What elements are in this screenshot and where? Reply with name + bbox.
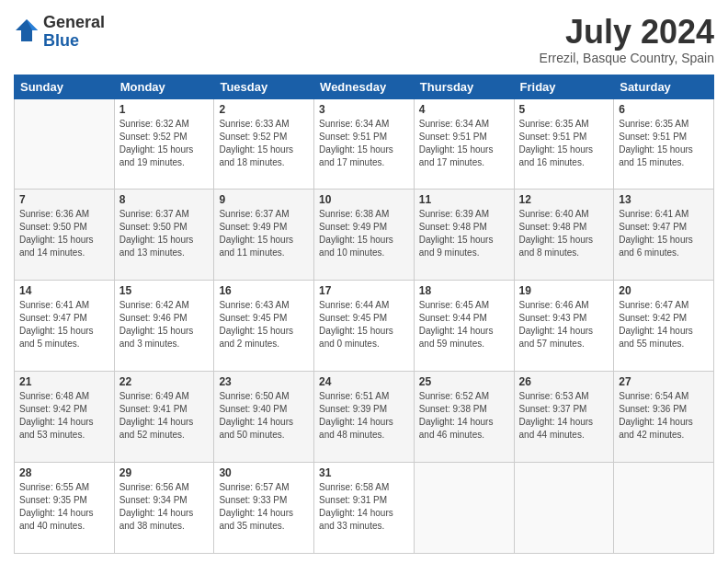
day-info: Sunrise: 6:56 AM Sunset: 9:34 PM Dayligh… [119,481,210,533]
day-number: 16 [219,284,309,297]
calendar-week-row: 1Sunrise: 6:32 AM Sunset: 9:52 PM Daylig… [15,98,714,190]
day-info: Sunrise: 6:40 AM Sunset: 9:48 PM Dayligh… [519,208,609,259]
day-info: Sunrise: 6:57 AM Sunset: 9:33 PM Dayligh… [219,481,309,533]
header-wednesday: Wednesday [314,75,415,98]
table-row: 26Sunrise: 6:53 AM Sunset: 9:37 PM Dayli… [514,372,614,463]
table-row: 15Sunrise: 6:42 AM Sunset: 9:46 PM Dayli… [114,281,214,372]
table-row: 19Sunrise: 6:46 AM Sunset: 9:43 PM Dayli… [514,281,614,372]
table-row [414,463,514,554]
day-number: 21 [19,375,109,388]
table-row: 30Sunrise: 6:57 AM Sunset: 9:33 PM Dayli… [214,463,314,554]
day-number: 18 [419,284,509,297]
page: General Blue July 2024 Errezil, Basque C… [0,0,728,563]
logo-general-text: General [43,14,105,32]
day-info: Sunrise: 6:37 AM Sunset: 9:50 PM Dayligh… [119,208,210,259]
day-info: Sunrise: 6:37 AM Sunset: 9:49 PM Dayligh… [219,208,309,259]
day-number: 1 [119,103,210,116]
table-row: 31Sunrise: 6:58 AM Sunset: 9:31 PM Dayli… [314,463,415,554]
day-number: 31 [319,466,409,479]
table-row: 8Sunrise: 6:37 AM Sunset: 9:50 PM Daylig… [114,190,214,281]
table-row: 18Sunrise: 6:45 AM Sunset: 9:44 PM Dayli… [414,281,514,372]
logo-icon [14,17,40,43]
table-row: 20Sunrise: 6:47 AM Sunset: 9:42 PM Dayli… [614,281,714,372]
main-title: July 2024 [540,14,714,51]
header-sunday: Sunday [15,75,115,98]
day-number: 25 [419,375,509,388]
table-row: 5Sunrise: 6:35 AM Sunset: 9:51 PM Daylig… [514,98,614,190]
table-row: 10Sunrise: 6:38 AM Sunset: 9:49 PM Dayli… [314,190,415,281]
day-number: 20 [619,284,709,297]
day-info: Sunrise: 6:34 AM Sunset: 9:51 PM Dayligh… [319,118,409,169]
table-row: 6Sunrise: 6:35 AM Sunset: 9:51 PM Daylig… [614,98,714,190]
day-number: 4 [419,103,509,116]
table-row: 27Sunrise: 6:54 AM Sunset: 9:36 PM Dayli… [614,372,714,463]
subtitle: Errezil, Basque Country, Spain [540,51,714,65]
table-row: 7Sunrise: 6:36 AM Sunset: 9:50 PM Daylig… [15,190,115,281]
calendar-week-row: 7Sunrise: 6:36 AM Sunset: 9:50 PM Daylig… [15,190,714,281]
day-number: 26 [519,375,609,388]
day-info: Sunrise: 6:51 AM Sunset: 9:39 PM Dayligh… [319,390,409,442]
table-row: 24Sunrise: 6:51 AM Sunset: 9:39 PM Dayli… [314,372,415,463]
day-info: Sunrise: 6:46 AM Sunset: 9:43 PM Dayligh… [519,299,609,350]
day-info: Sunrise: 6:54 AM Sunset: 9:36 PM Dayligh… [619,390,709,442]
table-row: 3Sunrise: 6:34 AM Sunset: 9:51 PM Daylig… [314,98,415,190]
day-info: Sunrise: 6:45 AM Sunset: 9:44 PM Dayligh… [419,299,509,350]
day-number: 29 [119,466,210,479]
day-number: 17 [319,284,409,297]
day-info: Sunrise: 6:52 AM Sunset: 9:38 PM Dayligh… [419,390,509,442]
day-number: 11 [419,193,509,206]
day-info: Sunrise: 6:43 AM Sunset: 9:45 PM Dayligh… [219,299,309,350]
day-number: 6 [619,103,709,116]
day-number: 9 [219,193,309,206]
day-number: 15 [119,284,210,297]
day-number: 2 [219,103,309,116]
header: General Blue July 2024 Errezil, Basque C… [14,14,714,65]
day-info: Sunrise: 6:38 AM Sunset: 9:49 PM Dayligh… [319,208,409,259]
day-number: 8 [119,193,210,206]
day-info: Sunrise: 6:50 AM Sunset: 9:40 PM Dayligh… [219,390,309,442]
day-info: Sunrise: 6:44 AM Sunset: 9:45 PM Dayligh… [319,299,409,350]
day-info: Sunrise: 6:34 AM Sunset: 9:51 PM Dayligh… [419,118,509,169]
day-info: Sunrise: 6:36 AM Sunset: 9:50 PM Dayligh… [19,208,109,259]
day-info: Sunrise: 6:53 AM Sunset: 9:37 PM Dayligh… [519,390,609,442]
day-number: 13 [619,193,709,206]
header-monday: Monday [114,75,214,98]
table-row: 25Sunrise: 6:52 AM Sunset: 9:38 PM Dayli… [414,372,514,463]
logo: General Blue [14,14,105,51]
logo-blue-text: Blue [43,32,105,51]
table-row: 22Sunrise: 6:49 AM Sunset: 9:41 PM Dayli… [114,372,214,463]
table-row [15,98,115,190]
day-number: 12 [519,193,609,206]
day-info: Sunrise: 6:41 AM Sunset: 9:47 PM Dayligh… [19,299,109,350]
table-row: 11Sunrise: 6:39 AM Sunset: 9:48 PM Dayli… [414,190,514,281]
table-row: 28Sunrise: 6:55 AM Sunset: 9:35 PM Dayli… [15,463,115,554]
table-row: 9Sunrise: 6:37 AM Sunset: 9:49 PM Daylig… [214,190,314,281]
title-area: July 2024 Errezil, Basque Country, Spain [540,14,714,65]
table-row: 4Sunrise: 6:34 AM Sunset: 9:51 PM Daylig… [414,98,514,190]
day-info: Sunrise: 6:49 AM Sunset: 9:41 PM Dayligh… [119,390,210,442]
table-row: 14Sunrise: 6:41 AM Sunset: 9:47 PM Dayli… [15,281,115,372]
day-number: 28 [19,466,109,479]
table-row [514,463,614,554]
table-row: 21Sunrise: 6:48 AM Sunset: 9:42 PM Dayli… [15,372,115,463]
table-row [614,463,714,554]
calendar-table: Sunday Monday Tuesday Wednesday Thursday… [14,75,714,554]
calendar-week-row: 28Sunrise: 6:55 AM Sunset: 9:35 PM Dayli… [15,463,714,554]
table-row: 16Sunrise: 6:43 AM Sunset: 9:45 PM Dayli… [214,281,314,372]
table-row: 17Sunrise: 6:44 AM Sunset: 9:45 PM Dayli… [314,281,415,372]
header-thursday: Thursday [414,75,514,98]
day-info: Sunrise: 6:35 AM Sunset: 9:51 PM Dayligh… [519,118,609,169]
header-tuesday: Tuesday [214,75,314,98]
day-number: 30 [219,466,309,479]
table-row: 29Sunrise: 6:56 AM Sunset: 9:34 PM Dayli… [114,463,214,554]
day-number: 7 [19,193,109,206]
calendar-week-row: 21Sunrise: 6:48 AM Sunset: 9:42 PM Dayli… [15,372,714,463]
day-number: 24 [319,375,409,388]
day-info: Sunrise: 6:35 AM Sunset: 9:51 PM Dayligh… [619,118,709,169]
table-row: 12Sunrise: 6:40 AM Sunset: 9:48 PM Dayli… [514,190,614,281]
day-info: Sunrise: 6:47 AM Sunset: 9:42 PM Dayligh… [619,299,709,350]
day-number: 27 [619,375,709,388]
day-number: 22 [119,375,210,388]
header-saturday: Saturday [614,75,714,98]
day-info: Sunrise: 6:41 AM Sunset: 9:47 PM Dayligh… [619,208,709,259]
